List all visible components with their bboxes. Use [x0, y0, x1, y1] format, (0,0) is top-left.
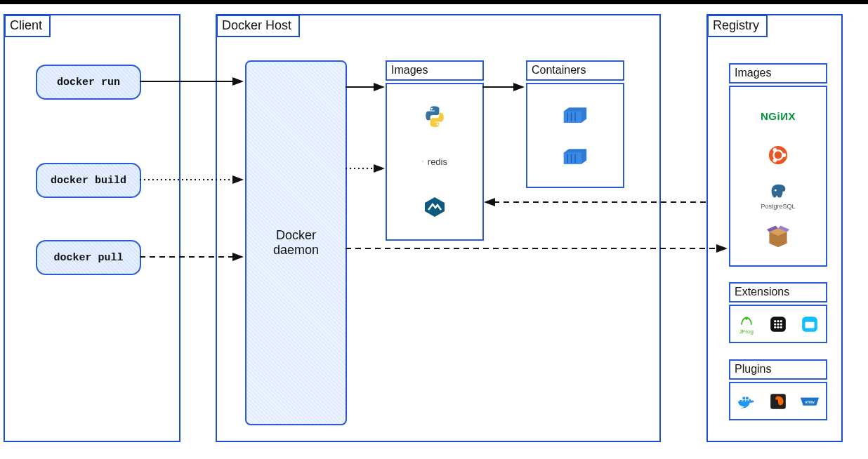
svg-point-27	[774, 320, 776, 322]
host-panel: Docker Host Docker daemon Images	[216, 14, 661, 442]
jfrog-icon: JFrog	[736, 314, 757, 335]
svg-rect-42	[746, 397, 749, 399]
docker-plugin-icon	[736, 391, 757, 412]
command-label: docker pull	[53, 252, 123, 264]
container-icon	[563, 144, 588, 169]
client-panel-title: Client	[4, 15, 51, 37]
svg-point-33	[774, 326, 776, 328]
ubuntu-icon	[765, 142, 791, 168]
vmw-plugin-icon: vmw	[799, 391, 820, 412]
client-panel: Client docker run docker build docker pu…	[4, 14, 180, 442]
registry-panel: Registry Images NGiИX	[706, 14, 843, 442]
registry-plugins-title: Plugins	[729, 359, 827, 380]
registry-images-list: NGiИX PostgreSQL	[730, 87, 826, 265]
svg-text:vmw: vmw	[805, 399, 815, 404]
container-icon	[563, 102, 588, 128]
svg-point-35	[780, 326, 782, 328]
redis-label: redis	[428, 157, 447, 167]
python-icon	[422, 104, 447, 129]
diagram-canvas: Client docker run docker build docker pu…	[0, 4, 868, 459]
host-containers-title: Containers	[526, 60, 624, 81]
daemon-label: Docker daemon	[273, 228, 319, 258]
command-docker-run: docker run	[36, 65, 141, 100]
images-list: redis	[387, 84, 482, 239]
postgresql-icon: PostgreSQL	[761, 182, 795, 210]
redis-icon: redis	[422, 149, 447, 174]
registry-images-title: Images	[729, 63, 827, 84]
svg-rect-41	[742, 397, 745, 399]
registry-images-box: NGiИX PostgreSQL	[729, 86, 827, 267]
svg-point-34	[777, 326, 779, 328]
registry-extensions-title: Extensions	[729, 282, 827, 302]
package-box-icon	[765, 223, 791, 248]
nginx-icon: NGiИX	[765, 104, 791, 129]
svg-marker-11	[564, 152, 581, 164]
registry-panel-title: Registry	[707, 15, 768, 37]
extensions-list: JFrog	[730, 306, 826, 342]
command-label: docker run	[57, 76, 120, 88]
postgresql-label: PostgreSQL	[761, 203, 795, 210]
svg-point-1	[437, 124, 439, 126]
alpine-icon	[422, 194, 447, 220]
host-images-title: Images	[386, 60, 484, 81]
registry-plugins-box: vmw	[729, 382, 827, 420]
containers-list	[527, 84, 623, 187]
command-docker-pull: docker pull	[36, 240, 141, 275]
svg-point-25	[745, 317, 748, 320]
svg-point-19	[773, 159, 777, 163]
grid-extension-icon	[768, 314, 789, 335]
svg-point-20	[775, 189, 777, 192]
command-label: docker build	[51, 175, 126, 187]
host-images-box: redis	[386, 83, 484, 241]
plugins-list: vmw	[730, 383, 826, 419]
registry-extensions-box: JFrog	[729, 305, 827, 343]
svg-point-0	[430, 108, 433, 110]
svg-point-29	[780, 320, 782, 322]
grafana-plugin-icon	[768, 391, 789, 412]
svg-point-30	[774, 323, 776, 325]
svg-point-32	[780, 323, 782, 325]
host-containers-box	[526, 83, 624, 188]
svg-marker-6	[564, 111, 581, 122]
svg-point-18	[773, 148, 777, 152]
docker-daemon-box: Docker daemon	[245, 60, 347, 425]
host-panel-title: Docker Host	[216, 15, 300, 37]
svg-rect-37	[805, 321, 815, 328]
svg-point-17	[782, 153, 787, 157]
svg-point-28	[777, 320, 779, 322]
command-docker-build: docker build	[36, 163, 141, 198]
svg-point-31	[777, 323, 779, 325]
portainer-icon	[799, 314, 820, 335]
